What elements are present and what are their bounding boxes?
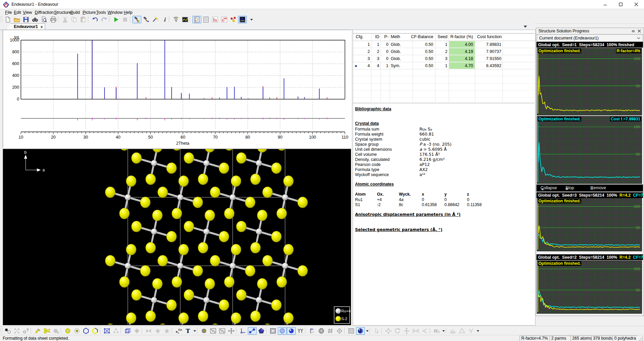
sphere-hatched-icon[interactable] — [278, 327, 287, 335]
add-atoms-icon[interactable]: + — [42, 327, 51, 335]
hexagon-blue-icon[interactable] — [82, 327, 90, 335]
stop-button[interactable]: ■Stop — [565, 186, 574, 190]
atom-group-icon[interactable] — [52, 327, 60, 335]
stop-calculation-icon[interactable] — [121, 16, 129, 23]
diffraction-pattern-panel[interactable]: 1020304050607080901001100200400600800100… — [3, 30, 351, 148]
collapse-button[interactable]: ▲Collapse — [540, 186, 557, 190]
data-sheet-icon[interactable] — [202, 16, 210, 23]
connectivity-net-icon[interactable] — [103, 327, 111, 335]
expand-view-icon[interactable] — [227, 327, 236, 335]
toolbar-gripper[interactable] — [1, 328, 2, 334]
maximize-button[interactable] — [613, 0, 628, 9]
minimize-button[interactable] — [597, 0, 613, 9]
pick-rotate-icon-dropdown[interactable] — [441, 327, 445, 335]
open-icon[interactable] — [12, 16, 21, 23]
hkl-labels-icon[interactable]: hkl — [220, 16, 229, 23]
move-objects-icon[interactable] — [200, 327, 208, 335]
render-mode-icon-dropdown[interactable] — [365, 327, 369, 335]
remove-button[interactable]: XRemove — [590, 186, 606, 190]
show-frame-icon[interactable] — [269, 327, 277, 335]
wizard-icon[interactable] — [151, 16, 159, 23]
document-selector[interactable]: Current document (Endeavour1) — [537, 34, 643, 42]
pick-rotate-icon[interactable]: R — [432, 327, 441, 335]
menu-view[interactable]: View — [22, 10, 33, 15]
angle-probe-icon[interactable] — [239, 327, 247, 335]
torsion-icon-dropdown[interactable] — [476, 327, 480, 335]
tab-endeavour1[interactable]: Endeavour1 x — [7, 23, 45, 30]
pointer-icon[interactable] — [372, 327, 381, 335]
bond-star2-icon[interactable] — [163, 327, 171, 335]
configuration-table[interactable]: Cfg.IDP-MethCF-BalanceSeedR-factor (%)Co… — [353, 30, 534, 103]
undo-icon[interactable] — [91, 16, 99, 23]
cluster-icon[interactable] — [112, 327, 120, 335]
menu-file[interactable]: File — [4, 10, 13, 15]
unit-cell-box-icon[interactable] — [123, 327, 132, 335]
render-mode-icon[interactable] — [356, 327, 365, 335]
ring-yellow-icon[interactable] — [63, 327, 72, 335]
distance-histogram-icon[interactable] — [448, 327, 457, 335]
toolbar-gripper[interactable] — [1, 16, 2, 22]
crystal-structure-panel[interactable]: b aRu+4S-2 — [3, 149, 351, 325]
info-icon[interactable]: i — [160, 16, 169, 23]
torsion-icon[interactable] — [467, 327, 475, 335]
data-sheet[interactable]: Bibliographic dataCrystal dataFormula su… — [353, 104, 534, 323]
bond-star-icon[interactable] — [153, 327, 162, 335]
cut-icon[interactable] — [61, 16, 69, 23]
show-bonds-icon[interactable] — [248, 327, 257, 335]
angle-triangle-icon[interactable] — [458, 327, 466, 335]
element-labels-icon[interactable]: Fe — [174, 327, 183, 335]
resize-grip[interactable] — [639, 336, 643, 341]
fit-page-icon[interactable] — [218, 327, 227, 335]
hkl-bars-icon[interactable] — [211, 16, 219, 23]
sphere-shiny-icon[interactable] — [287, 327, 296, 335]
profile-icon[interactable] — [181, 16, 189, 23]
menu-diffraction[interactable]: Diffraction — [33, 10, 55, 15]
print-preview-icon[interactable] — [40, 16, 49, 23]
fit-view-icon[interactable] — [209, 327, 217, 335]
atoms-x-icon[interactable] — [12, 327, 21, 335]
dotted-atom-icon[interactable] — [72, 327, 81, 335]
text-tool-icon[interactable]: T — [183, 327, 192, 335]
toolbar-overflow-icon[interactable] — [247, 16, 256, 23]
erase-tool-icon[interactable] — [33, 327, 42, 335]
structure-solution-icon[interactable] — [133, 16, 141, 23]
sphere-mesh-icon[interactable] — [317, 327, 326, 335]
menu-build[interactable]: Build — [69, 10, 81, 15]
rotate-tool-icon[interactable] — [393, 327, 402, 335]
atom-unknown-icon[interactable]: ? — [22, 327, 30, 335]
pattern-view-icon[interactable] — [238, 16, 247, 23]
texture-mode-icon[interactable] — [347, 327, 356, 335]
show-polyhedra-icon[interactable] — [257, 327, 266, 335]
paste-icon[interactable] — [79, 16, 88, 23]
text-tool-icon-dropdown[interactable] — [193, 327, 197, 335]
find-icon[interactable] — [31, 16, 39, 23]
move-tool-icon[interactable] — [402, 327, 411, 335]
bond-x-icon[interactable] — [144, 327, 153, 335]
hexagon-open-icon[interactable] — [91, 327, 99, 335]
tab-close-icon[interactable]: x — [41, 25, 43, 29]
structure-solution-options-icon[interactable] — [142, 16, 150, 23]
print-icon[interactable] — [49, 16, 58, 23]
diamond-dot-icon[interactable] — [335, 327, 344, 335]
pin-icon[interactable] — [631, 29, 635, 33]
optimization-icon[interactable] — [172, 16, 180, 23]
panel-close-icon[interactable] — [638, 29, 641, 33]
redo-icon[interactable] — [100, 16, 109, 23]
start-calculation-icon[interactable] — [112, 16, 120, 23]
close-button[interactable] — [628, 0, 644, 9]
scale-tool-icon[interactable] — [411, 327, 420, 335]
angle-yy-icon[interactable] — [296, 327, 305, 335]
menu-tools[interactable]: Tools — [95, 10, 107, 15]
tab-overflow-icon[interactable] — [523, 25, 527, 28]
copy-icon[interactable] — [70, 16, 79, 23]
grid-hash-icon[interactable] — [326, 327, 335, 335]
select-atoms-icon[interactable] — [3, 327, 12, 335]
rhomb-icon[interactable] — [133, 327, 141, 335]
orientation-flag-icon[interactable] — [308, 327, 317, 335]
atoms-view-icon[interactable] — [229, 16, 238, 23]
pan-tool-icon[interactable] — [384, 327, 393, 335]
menu-help[interactable]: Help — [122, 10, 134, 15]
structures-list-icon[interactable] — [193, 16, 201, 23]
new-document-icon[interactable] — [3, 16, 12, 23]
save-icon[interactable] — [22, 16, 30, 23]
